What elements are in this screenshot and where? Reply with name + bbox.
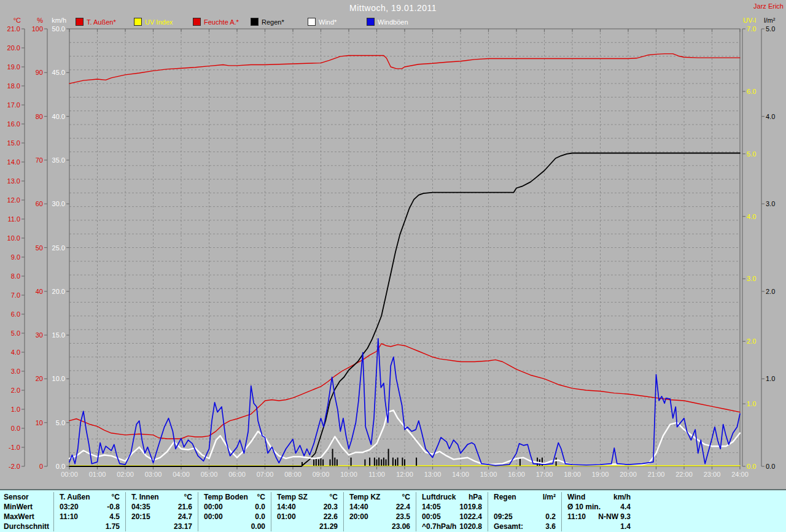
svg-text:08:00: 08:00 <box>284 471 302 478</box>
svg-text:90: 90 <box>36 69 43 76</box>
table-cell: Temp KZ°C <box>343 492 416 502</box>
svg-text:3.0: 3.0 <box>11 368 20 375</box>
max-value: 22.6 <box>308 512 344 522</box>
sensor-summary-table: SensorT. Außen°CT. Innen°CTemp Boden°CTe… <box>0 489 786 532</box>
column-unit: hPa <box>456 492 488 502</box>
svg-text:40.0: 40.0 <box>52 113 65 120</box>
table-cell: 20:1524.7 <box>125 512 198 522</box>
column-unit: °C <box>90 492 125 502</box>
avg-time <box>562 522 599 531</box>
svg-text:06:00: 06:00 <box>228 471 246 478</box>
svg-text:4.0: 4.0 <box>11 349 20 356</box>
avg-value: 3.6 <box>525 522 562 531</box>
svg-text:10: 10 <box>36 419 43 426</box>
max-value: N-NW 9.3 <box>598 512 636 522</box>
svg-text:20.0: 20.0 <box>52 288 65 295</box>
svg-text:24:00: 24:00 <box>731 471 749 478</box>
svg-text:21.0: 21.0 <box>7 25 20 33</box>
table-cell: 0.00 <box>198 522 271 531</box>
min-value: 21.6 <box>162 502 198 512</box>
avg-time <box>198 522 235 531</box>
table-cell <box>488 502 561 512</box>
column-name: Regen <box>488 492 525 502</box>
svg-text:6.0: 6.0 <box>747 88 756 95</box>
svg-text:15.0: 15.0 <box>7 139 20 147</box>
svg-text:60: 60 <box>36 200 43 207</box>
svg-text:80: 80 <box>36 113 43 120</box>
min-time: 04:35 <box>126 502 162 512</box>
min-value: 4.4 <box>601 502 636 512</box>
avg-time <box>54 522 90 531</box>
min-time: 14:40 <box>344 502 380 512</box>
column-unit: °C <box>380 492 416 502</box>
svg-text:-1.0: -1.0 <box>9 444 20 451</box>
svg-text:14.0: 14.0 <box>7 158 20 166</box>
table-cell: 00:000.0 <box>198 502 271 512</box>
max-time: 00:00 <box>198 512 235 522</box>
column-name: T. Außen <box>54 492 90 502</box>
table-cell: 14:4022.4 <box>343 502 416 512</box>
table-cell: 20:0023.5 <box>343 512 416 522</box>
svg-text:45.0: 45.0 <box>52 69 65 76</box>
max-time: 09:25 <box>488 512 525 522</box>
svg-text:07:00: 07:00 <box>257 471 274 478</box>
table-cell: 1.4 <box>561 522 636 531</box>
min-time: 14:05 <box>416 502 452 512</box>
svg-text:3.0: 3.0 <box>747 275 756 282</box>
table-cell: 14:051019.8 <box>416 502 488 512</box>
svg-text:17.0: 17.0 <box>7 101 20 109</box>
chart-canvas: -2.0-1.00.01.02.03.04.05.06.07.08.09.010… <box>0 0 786 485</box>
min-value: -0.8 <box>90 502 125 512</box>
svg-text:13:00: 13:00 <box>424 471 442 478</box>
table-row-label: MinWert <box>0 502 53 512</box>
table-row-label: MaxWert <box>0 512 53 522</box>
table-cell: Gesamt:3.6 <box>488 522 561 531</box>
svg-text:18:00: 18:00 <box>564 471 581 478</box>
table-cell: ^0.7hPa/h1020.8 <box>416 522 488 531</box>
max-value: 0.0 <box>235 512 271 522</box>
max-value: 23.5 <box>380 512 416 522</box>
max-time: 11:10 <box>562 512 598 522</box>
table-cell: T. Außen°C <box>53 492 125 502</box>
svg-text:2.0: 2.0 <box>766 288 775 295</box>
min-value: 1019.8 <box>452 502 488 512</box>
table-cell: 11:104.5 <box>53 512 125 522</box>
svg-text:12.0: 12.0 <box>7 196 20 204</box>
svg-text:0.0: 0.0 <box>11 425 20 432</box>
svg-text:00:00: 00:00 <box>61 471 78 478</box>
table-cell: 03:20-0.8 <box>53 502 125 512</box>
min-time: 00:00 <box>198 502 235 512</box>
svg-text:01:00: 01:00 <box>89 471 106 478</box>
series-feuchtea-line <box>69 54 740 84</box>
column-unit: °C <box>162 492 198 502</box>
table-cell: 23.17 <box>125 522 198 531</box>
svg-text:2.0: 2.0 <box>11 387 20 394</box>
svg-text:1.0: 1.0 <box>11 406 20 413</box>
max-time: 20:15 <box>126 512 162 522</box>
table-row: Durchschnitt1.7523.170.0021.2923.06^0.7h… <box>0 522 786 531</box>
svg-text:7.0: 7.0 <box>11 291 20 299</box>
table-cell: 1.75 <box>53 522 125 531</box>
table-cell: 23.06 <box>343 522 416 531</box>
column-unit: km/h <box>599 492 637 502</box>
table-row: MaxWert11:104.520:1524.700:000.001:0022.… <box>0 512 786 522</box>
svg-text:04:00: 04:00 <box>173 471 190 478</box>
svg-text:12:00: 12:00 <box>396 471 413 478</box>
svg-text:20: 20 <box>36 375 43 382</box>
svg-text:21:00: 21:00 <box>648 471 665 478</box>
svg-text:1.0: 1.0 <box>747 400 756 407</box>
column-unit: °C <box>248 492 271 502</box>
column-unit: l/m² <box>525 492 562 502</box>
svg-text:20.0: 20.0 <box>7 44 20 52</box>
svg-text:5.0: 5.0 <box>11 330 20 337</box>
svg-text:5.0: 5.0 <box>56 419 65 426</box>
svg-text:16:00: 16:00 <box>508 471 525 478</box>
svg-text:50: 50 <box>36 244 43 252</box>
table-cell: Ø 10 min.4.4 <box>561 502 636 512</box>
column-name: Temp Boden <box>198 492 248 502</box>
table-cell: 14:4020.3 <box>271 502 343 512</box>
table-row: MinWert03:20-0.804:3521.600:000.014:4020… <box>0 502 786 512</box>
table-cell: 00:000.0 <box>198 512 271 522</box>
min-value: 0.0 <box>235 502 271 512</box>
svg-text:4.0: 4.0 <box>747 213 756 220</box>
